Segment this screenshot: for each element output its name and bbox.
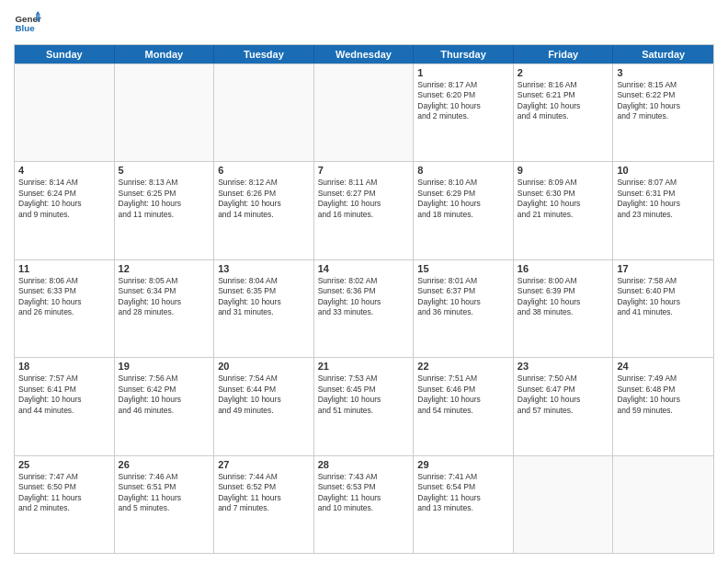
day-info: Sunrise: 7:46 AM Sunset: 6:51 PM Dayligh… [119,472,210,514]
day-info: Sunrise: 7:51 AM Sunset: 6:46 PM Dayligh… [417,373,509,416]
day-number: 21 [318,361,410,372]
day-number: 19 [119,361,210,372]
day-info: Sunrise: 8:11 AM Sunset: 6:27 PM Dayligh… [318,178,410,220]
day-cell-4: 4Sunrise: 8:14 AM Sunset: 6:24 PM Daylig… [15,162,115,259]
day-cell-1: 1Sunrise: 8:17 AM Sunset: 6:20 PM Daylig… [414,64,514,161]
weekday-header-friday: Friday [514,45,614,63]
empty-cell [214,64,314,161]
day-cell-5: 5Sunrise: 8:13 AM Sunset: 6:25 PM Daylig… [115,162,215,259]
day-number: 3 [617,67,710,78]
day-info: Sunrise: 8:15 AM Sunset: 6:22 PM Dayligh… [617,80,710,122]
empty-cell [15,64,115,161]
logo: General Blue [14,9,41,37]
day-info: Sunrise: 8:12 AM Sunset: 6:26 PM Dayligh… [218,178,310,220]
day-info: Sunrise: 8:01 AM Sunset: 6:37 PM Dayligh… [417,276,509,318]
day-info: Sunrise: 8:09 AM Sunset: 6:30 PM Dayligh… [518,178,609,220]
day-cell-10: 10Sunrise: 8:07 AM Sunset: 6:31 PM Dayli… [613,162,713,259]
day-cell-16: 16Sunrise: 8:00 AM Sunset: 6:39 PM Dayli… [514,260,614,357]
day-number: 9 [518,165,609,176]
empty-cell [314,64,415,161]
day-cell-28: 28Sunrise: 7:43 AM Sunset: 6:53 PM Dayli… [314,456,415,553]
day-info: Sunrise: 7:53 AM Sunset: 6:45 PM Dayligh… [318,373,410,416]
day-number: 8 [417,165,509,176]
day-info: Sunrise: 8:05 AM Sunset: 6:34 PM Dayligh… [119,276,210,318]
weekday-header-sunday: Sunday [15,45,115,63]
logo-icon: General Blue [14,9,41,37]
day-number: 10 [617,165,710,176]
day-info: Sunrise: 7:44 AM Sunset: 6:52 PM Dayligh… [218,472,310,514]
day-info: Sunrise: 7:47 AM Sunset: 6:50 PM Dayligh… [18,472,110,514]
day-info: Sunrise: 8:07 AM Sunset: 6:31 PM Dayligh… [617,178,710,220]
day-number: 26 [119,459,210,470]
weekday-header-saturday: Saturday [613,45,713,63]
svg-text:Blue: Blue [16,23,36,33]
svg-marker-2 [36,11,40,15]
calendar-row-3: 18Sunrise: 7:57 AM Sunset: 6:41 PM Dayli… [15,357,713,454]
day-cell-14: 14Sunrise: 8:02 AM Sunset: 6:36 PM Dayli… [314,260,415,357]
day-info: Sunrise: 8:13 AM Sunset: 6:25 PM Dayligh… [119,178,210,220]
day-number: 24 [617,361,710,372]
day-info: Sunrise: 7:57 AM Sunset: 6:41 PM Dayligh… [18,373,110,416]
day-cell-24: 24Sunrise: 7:49 AM Sunset: 6:48 PM Dayli… [613,358,713,454]
day-cell-6: 6Sunrise: 8:12 AM Sunset: 6:26 PM Daylig… [214,162,314,259]
day-number: 5 [119,165,210,176]
day-cell-17: 17Sunrise: 7:58 AM Sunset: 6:40 PM Dayli… [613,260,713,357]
day-number: 4 [18,165,110,176]
weekday-header-wednesday: Wednesday [314,45,415,63]
calendar-row-1: 4Sunrise: 8:14 AM Sunset: 6:24 PM Daylig… [15,161,713,259]
day-number: 1 [417,67,509,78]
day-cell-20: 20Sunrise: 7:54 AM Sunset: 6:44 PM Dayli… [214,358,314,454]
day-cell-23: 23Sunrise: 7:50 AM Sunset: 6:47 PM Dayli… [514,358,614,454]
calendar-row-2: 11Sunrise: 8:06 AM Sunset: 6:33 PM Dayli… [15,259,713,357]
day-number: 18 [18,361,110,372]
day-cell-29: 29Sunrise: 7:41 AM Sunset: 6:54 PM Dayli… [414,456,514,553]
day-cell-11: 11Sunrise: 8:06 AM Sunset: 6:33 PM Dayli… [15,260,115,357]
day-info: Sunrise: 8:06 AM Sunset: 6:33 PM Dayligh… [18,276,110,318]
day-cell-21: 21Sunrise: 7:53 AM Sunset: 6:45 PM Dayli… [314,358,415,454]
day-cell-26: 26Sunrise: 7:46 AM Sunset: 6:51 PM Dayli… [115,456,215,553]
day-info: Sunrise: 7:41 AM Sunset: 6:54 PM Dayligh… [417,472,509,514]
day-number: 7 [318,165,410,176]
day-number: 12 [119,263,210,274]
calendar-row-0: 1Sunrise: 8:17 AM Sunset: 6:20 PM Daylig… [15,63,713,161]
calendar-body: 1Sunrise: 8:17 AM Sunset: 6:20 PM Daylig… [15,63,713,553]
day-cell-12: 12Sunrise: 8:05 AM Sunset: 6:34 PM Dayli… [115,260,215,357]
day-cell-15: 15Sunrise: 8:01 AM Sunset: 6:37 PM Dayli… [414,260,514,357]
day-number: 16 [518,263,609,274]
day-number: 15 [417,263,509,274]
day-cell-18: 18Sunrise: 7:57 AM Sunset: 6:41 PM Dayli… [15,358,115,454]
day-cell-22: 22Sunrise: 7:51 AM Sunset: 6:46 PM Dayli… [414,358,514,454]
calendar-header: SundayMondayTuesdayWednesdayThursdayFrid… [15,45,713,63]
day-info: Sunrise: 7:54 AM Sunset: 6:44 PM Dayligh… [218,373,310,416]
day-info: Sunrise: 8:04 AM Sunset: 6:35 PM Dayligh… [218,276,310,318]
weekday-header-thursday: Thursday [414,45,514,63]
day-info: Sunrise: 8:14 AM Sunset: 6:24 PM Dayligh… [18,178,110,220]
day-number: 27 [218,459,310,470]
day-number: 20 [218,361,310,372]
svg-marker-3 [36,15,40,22]
day-cell-2: 2Sunrise: 8:16 AM Sunset: 6:21 PM Daylig… [514,64,614,161]
day-number: 6 [218,165,310,176]
day-number: 23 [518,361,609,372]
empty-cell [115,64,215,161]
day-number: 22 [417,361,509,372]
day-info: Sunrise: 7:50 AM Sunset: 6:47 PM Dayligh… [518,373,609,416]
day-number: 13 [218,263,310,274]
day-cell-25: 25Sunrise: 7:47 AM Sunset: 6:50 PM Dayli… [15,456,115,553]
day-number: 14 [318,263,410,274]
day-cell-7: 7Sunrise: 8:11 AM Sunset: 6:27 PM Daylig… [314,162,415,259]
day-info: Sunrise: 8:00 AM Sunset: 6:39 PM Dayligh… [518,276,609,318]
day-info: Sunrise: 8:16 AM Sunset: 6:21 PM Dayligh… [518,80,609,122]
weekday-header-monday: Monday [115,45,215,63]
empty-cell [613,456,713,553]
day-info: Sunrise: 7:49 AM Sunset: 6:48 PM Dayligh… [617,373,710,416]
day-cell-13: 13Sunrise: 8:04 AM Sunset: 6:35 PM Dayli… [214,260,314,357]
day-info: Sunrise: 8:10 AM Sunset: 6:29 PM Dayligh… [417,178,509,220]
day-cell-19: 19Sunrise: 7:56 AM Sunset: 6:42 PM Dayli… [115,358,215,454]
day-cell-8: 8Sunrise: 8:10 AM Sunset: 6:29 PM Daylig… [414,162,514,259]
calendar: SundayMondayTuesdayWednesdayThursdayFrid… [14,44,714,554]
day-number: 29 [417,459,509,470]
day-cell-9: 9Sunrise: 8:09 AM Sunset: 6:30 PM Daylig… [514,162,614,259]
day-info: Sunrise: 8:17 AM Sunset: 6:20 PM Dayligh… [417,80,509,122]
day-number: 17 [617,263,710,274]
